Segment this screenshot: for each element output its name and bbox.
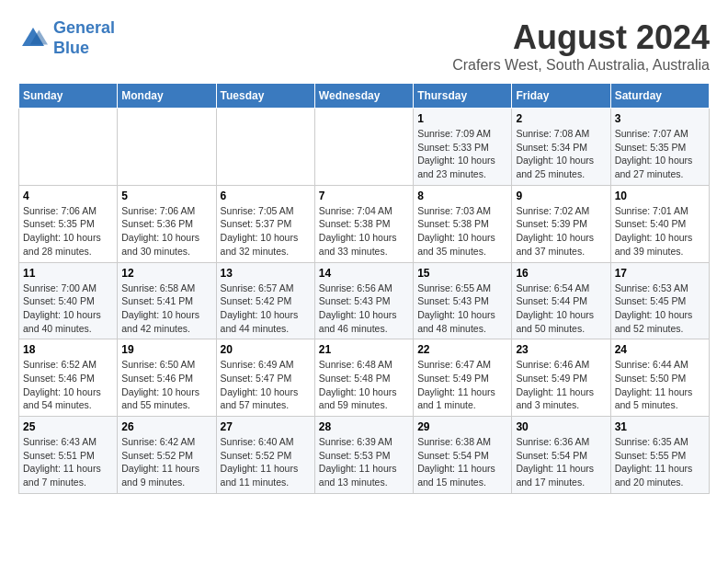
day-info: Sunrise: 6:43 AM Sunset: 5:51 PM Dayligh… — [23, 435, 113, 489]
calendar-cell: 6Sunrise: 7:05 AM Sunset: 5:37 PM Daylig… — [216, 185, 314, 262]
calendar-cell — [314, 109, 413, 186]
day-info: Sunrise: 7:06 AM Sunset: 5:35 PM Dayligh… — [23, 204, 113, 259]
calendar-cell: 31Sunrise: 6:35 AM Sunset: 5:55 PM Dayli… — [610, 417, 709, 494]
day-info: Sunrise: 6:44 AM Sunset: 5:50 PM Dayligh… — [615, 358, 705, 412]
weekday-header-row: SundayMondayTuesdayWednesdayThursdayFrid… — [19, 84, 710, 109]
calendar-cell: 18Sunrise: 6:52 AM Sunset: 5:46 PM Dayli… — [19, 339, 118, 417]
day-info: Sunrise: 6:53 AM Sunset: 5:45 PM Dayligh… — [615, 282, 705, 336]
calendar-cell: 10Sunrise: 7:01 AM Sunset: 5:40 PM Dayli… — [610, 185, 709, 262]
day-info: Sunrise: 6:47 AM Sunset: 5:49 PM Dayligh… — [417, 358, 507, 412]
title-block: August 2024 Crafers West, South Australi… — [452, 18, 710, 74]
calendar-cell: 22Sunrise: 6:47 AM Sunset: 5:49 PM Dayli… — [414, 339, 512, 417]
day-number: 3 — [615, 112, 705, 125]
day-info: Sunrise: 6:38 AM Sunset: 5:54 PM Dayligh… — [417, 435, 507, 489]
day-number: 17 — [615, 267, 705, 280]
main-title: August 2024 — [452, 18, 710, 57]
calendar-cell: 4Sunrise: 7:06 AM Sunset: 5:35 PM Daylig… — [19, 185, 118, 262]
day-number: 28 — [319, 420, 409, 433]
calendar-cell: 17Sunrise: 6:53 AM Sunset: 5:45 PM Dayli… — [610, 262, 709, 339]
day-info: Sunrise: 6:48 AM Sunset: 5:48 PM Dayligh… — [319, 358, 409, 412]
day-info: Sunrise: 6:54 AM Sunset: 5:44 PM Dayligh… — [516, 282, 606, 336]
day-number: 24 — [615, 343, 705, 356]
logo: General Blue — [18, 18, 115, 58]
logo-icon — [18, 24, 48, 53]
calendar-cell: 26Sunrise: 6:42 AM Sunset: 5:52 PM Dayli… — [118, 417, 216, 494]
calendar-cell: 3Sunrise: 7:07 AM Sunset: 5:35 PM Daylig… — [610, 109, 709, 186]
calendar-cell: 12Sunrise: 6:58 AM Sunset: 5:41 PM Dayli… — [118, 262, 216, 339]
calendar-cell: 9Sunrise: 7:02 AM Sunset: 5:39 PM Daylig… — [512, 185, 610, 262]
calendar-cell: 23Sunrise: 6:46 AM Sunset: 5:49 PM Dayli… — [512, 339, 610, 417]
calendar-cell: 8Sunrise: 7:03 AM Sunset: 5:38 PM Daylig… — [414, 185, 512, 262]
day-number: 7 — [319, 190, 409, 202]
calendar-cell: 21Sunrise: 6:48 AM Sunset: 5:48 PM Dayli… — [314, 339, 413, 417]
day-info: Sunrise: 6:58 AM Sunset: 5:41 PM Dayligh… — [121, 282, 211, 336]
day-number: 9 — [516, 190, 606, 202]
day-number: 15 — [417, 267, 507, 280]
day-number: 11 — [23, 267, 113, 280]
calendar-cell: 20Sunrise: 6:49 AM Sunset: 5:47 PM Dayli… — [216, 339, 314, 417]
day-info: Sunrise: 7:01 AM Sunset: 5:40 PM Dayligh… — [615, 204, 705, 259]
calendar-week-row: 1Sunrise: 7:09 AM Sunset: 5:33 PM Daylig… — [19, 109, 710, 186]
day-number: 16 — [516, 267, 606, 280]
day-number: 21 — [319, 343, 409, 356]
day-number: 20 — [221, 343, 311, 356]
calendar-table: SundayMondayTuesdayWednesdayThursdayFrid… — [18, 83, 710, 494]
calendar-cell: 14Sunrise: 6:56 AM Sunset: 5:43 PM Dayli… — [314, 262, 413, 339]
logo-line1: General — [53, 18, 115, 37]
subtitle: Crafers West, South Australia, Australia — [452, 57, 710, 74]
day-number: 18 — [23, 343, 113, 356]
day-number: 26 — [121, 420, 211, 433]
day-info: Sunrise: 6:39 AM Sunset: 5:53 PM Dayligh… — [319, 435, 409, 489]
day-number: 14 — [319, 267, 409, 280]
calendar-cell: 27Sunrise: 6:40 AM Sunset: 5:52 PM Dayli… — [216, 417, 314, 494]
page-header: General Blue August 2024 Crafers West, S… — [18, 18, 710, 74]
weekday-header: Thursday — [414, 84, 512, 109]
day-info: Sunrise: 7:08 AM Sunset: 5:34 PM Dayligh… — [516, 127, 606, 181]
day-info: Sunrise: 7:00 AM Sunset: 5:40 PM Dayligh… — [23, 282, 113, 336]
calendar-week-row: 11Sunrise: 7:00 AM Sunset: 5:40 PM Dayli… — [19, 262, 710, 339]
weekday-header: Tuesday — [216, 84, 314, 109]
day-info: Sunrise: 7:02 AM Sunset: 5:39 PM Dayligh… — [516, 204, 606, 259]
day-number: 25 — [23, 420, 113, 433]
day-number: 22 — [417, 343, 507, 356]
day-info: Sunrise: 6:42 AM Sunset: 5:52 PM Dayligh… — [121, 435, 211, 489]
day-number: 12 — [121, 267, 211, 280]
day-number: 2 — [516, 112, 606, 125]
day-info: Sunrise: 7:09 AM Sunset: 5:33 PM Dayligh… — [417, 127, 507, 181]
calendar-cell: 15Sunrise: 6:55 AM Sunset: 5:43 PM Dayli… — [414, 262, 512, 339]
calendar-cell — [19, 109, 118, 186]
calendar-week-row: 18Sunrise: 6:52 AM Sunset: 5:46 PM Dayli… — [19, 339, 710, 417]
day-number: 30 — [516, 420, 606, 433]
calendar-cell — [216, 109, 314, 186]
weekday-header: Wednesday — [314, 84, 413, 109]
day-number: 27 — [221, 420, 311, 433]
day-number: 4 — [23, 190, 113, 202]
day-info: Sunrise: 7:03 AM Sunset: 5:38 PM Dayligh… — [417, 204, 507, 259]
day-number: 23 — [516, 343, 606, 356]
calendar-week-row: 4Sunrise: 7:06 AM Sunset: 5:35 PM Daylig… — [19, 185, 710, 262]
day-number: 29 — [417, 420, 507, 433]
calendar-cell — [118, 109, 216, 186]
day-number: 31 — [615, 420, 705, 433]
logo-text: General Blue — [53, 18, 115, 58]
day-info: Sunrise: 6:50 AM Sunset: 5:46 PM Dayligh… — [121, 358, 211, 412]
day-number: 8 — [417, 190, 507, 202]
day-info: Sunrise: 6:57 AM Sunset: 5:42 PM Dayligh… — [221, 282, 311, 336]
day-info: Sunrise: 7:06 AM Sunset: 5:36 PM Dayligh… — [121, 204, 211, 259]
day-info: Sunrise: 6:55 AM Sunset: 5:43 PM Dayligh… — [417, 282, 507, 336]
calendar-cell: 19Sunrise: 6:50 AM Sunset: 5:46 PM Dayli… — [118, 339, 216, 417]
weekday-header: Saturday — [610, 84, 709, 109]
calendar-cell: 13Sunrise: 6:57 AM Sunset: 5:42 PM Dayli… — [216, 262, 314, 339]
day-number: 10 — [615, 190, 705, 202]
weekday-header: Sunday — [19, 84, 118, 109]
weekday-header: Monday — [118, 84, 216, 109]
day-info: Sunrise: 7:04 AM Sunset: 5:38 PM Dayligh… — [319, 204, 409, 259]
weekday-header: Friday — [512, 84, 610, 109]
day-info: Sunrise: 6:49 AM Sunset: 5:47 PM Dayligh… — [221, 358, 311, 412]
day-number: 19 — [121, 343, 211, 356]
calendar-cell: 5Sunrise: 7:06 AM Sunset: 5:36 PM Daylig… — [118, 185, 216, 262]
calendar-cell: 16Sunrise: 6:54 AM Sunset: 5:44 PM Dayli… — [512, 262, 610, 339]
day-info: Sunrise: 6:52 AM Sunset: 5:46 PM Dayligh… — [23, 358, 113, 412]
day-info: Sunrise: 6:35 AM Sunset: 5:55 PM Dayligh… — [615, 435, 705, 489]
calendar-cell: 29Sunrise: 6:38 AM Sunset: 5:54 PM Dayli… — [414, 417, 512, 494]
